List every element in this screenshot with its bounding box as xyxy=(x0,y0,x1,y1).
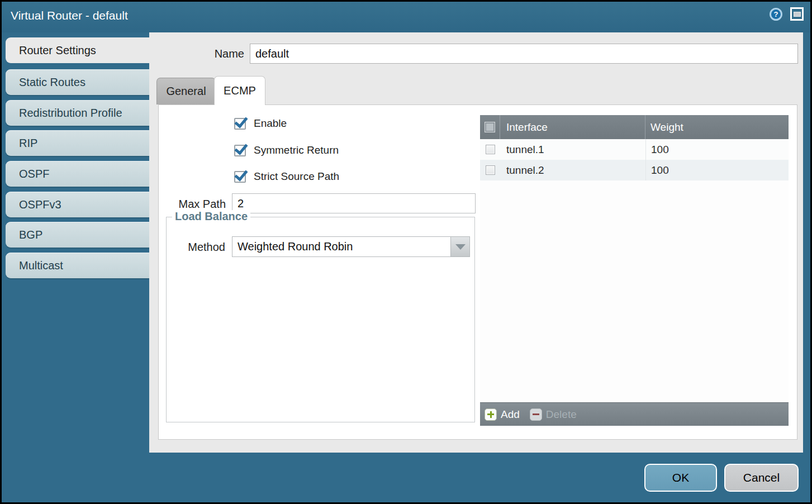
sidebar-item-label: OSPF xyxy=(19,168,49,180)
max-path-label: Max Path xyxy=(159,198,226,211)
add-button-label: Add xyxy=(501,408,520,421)
restore-window-icon-inner xyxy=(794,12,801,17)
sidebar-item-router-settings[interactable]: Router Settings xyxy=(6,37,149,63)
name-input[interactable] xyxy=(250,44,798,64)
sidebar-item-label: BGP xyxy=(19,229,42,241)
cell-interface: tunnel.1 xyxy=(500,144,645,156)
cancel-button[interactable]: Cancel xyxy=(724,464,799,492)
sidebar-item-static-routes[interactable]: Static Routes xyxy=(6,69,149,95)
strict-source-path-checkbox[interactable] xyxy=(234,171,246,183)
ecmp-tab-panel: Enable Symmetric Return Strict Source Pa… xyxy=(158,104,797,440)
tab-ecmp[interactable]: ECMP xyxy=(214,76,265,105)
enable-checkbox[interactable] xyxy=(234,118,246,130)
symmetric-return-checkbox[interactable] xyxy=(234,145,246,156)
tab-label: ECMP xyxy=(224,84,256,97)
load-balance-fieldset: Load Balance Method Weighted Round Robin xyxy=(166,217,475,422)
max-path-input[interactable] xyxy=(232,193,476,213)
row-checkbox[interactable] xyxy=(486,165,495,175)
sidebar-item-label: Static Routes xyxy=(19,76,86,89)
chevron-down-icon xyxy=(455,244,466,250)
row-check-cell xyxy=(480,165,500,175)
header-check-cell xyxy=(480,115,500,139)
tab-label: General xyxy=(166,85,206,98)
delete-button-label: Delete xyxy=(546,408,577,421)
cell-weight: 100 xyxy=(645,139,789,160)
sidebar-item-label: Redistribution Profile xyxy=(19,107,122,120)
help-icon[interactable]: ? xyxy=(770,8,782,21)
table-header: Interface Weight xyxy=(480,115,789,139)
restore-window-icon[interactable] xyxy=(790,7,804,21)
column-header-weight: Weight xyxy=(645,121,789,134)
dialog-titlebar: Virtual Router - default ? xyxy=(2,2,810,32)
titlebar-icons: ? xyxy=(770,7,804,21)
method-dropdown-button[interactable] xyxy=(450,237,469,256)
add-button[interactable]: Add xyxy=(485,408,520,421)
enable-checkbox-row: Enable xyxy=(234,117,287,130)
delete-button[interactable]: Delete xyxy=(530,408,577,421)
strict-source-path-label: Strict Source Path xyxy=(254,170,339,183)
sidebar-item-label: OSPFv3 xyxy=(19,198,61,211)
table-row[interactable]: tunnel.2 100 xyxy=(480,160,789,180)
enable-label: Enable xyxy=(254,117,287,130)
sidebar-item-label: RIP xyxy=(19,137,37,150)
sidebar-item-ospf[interactable]: OSPF xyxy=(6,161,149,187)
symmetric-return-checkbox-row: Symmetric Return xyxy=(234,144,339,156)
ecmp-interface-table: Interface Weight tunnel.1 100 tunnel.2 1… xyxy=(480,115,789,426)
sidebar-item-redistribution-profile[interactable]: Redistribution Profile xyxy=(6,100,149,126)
sidebar-item-multicast[interactable]: Multicast xyxy=(6,253,149,278)
add-plus-icon xyxy=(485,408,497,421)
cell-weight: 100 xyxy=(645,160,789,180)
sidebar-item-label: Router Settings xyxy=(19,44,96,57)
load-balance-legend: Load Balance xyxy=(172,210,250,223)
sidebar-item-bgp[interactable]: BGP xyxy=(6,222,149,248)
strict-source-path-checkbox-row: Strict Source Path xyxy=(234,170,339,183)
virtual-router-dialog: Virtual Router - default ? Router Settin… xyxy=(2,2,810,502)
name-label: Name xyxy=(188,47,244,60)
table-row[interactable]: tunnel.1 100 xyxy=(480,139,789,160)
sidebar-item-label: Multicast xyxy=(19,259,63,272)
cell-interface: tunnel.2 xyxy=(500,164,645,177)
column-header-interface: Interface xyxy=(500,115,645,139)
symmetric-return-label: Symmetric Return xyxy=(254,144,339,156)
row-check-cell xyxy=(480,145,500,154)
sidebar-item-ospfv3[interactable]: OSPFv3 xyxy=(6,192,149,217)
row-checkbox[interactable] xyxy=(486,145,495,154)
dialog-title: Virtual Router - default xyxy=(11,9,128,22)
screenshot-root: Virtual Router - default ? Router Settin… xyxy=(0,0,812,504)
method-dropdown-value: Weighted Round Robin xyxy=(238,240,353,253)
delete-minus-icon xyxy=(530,408,542,421)
method-label: Method xyxy=(172,241,225,254)
table-footer: Add Delete xyxy=(480,402,789,426)
tab-general[interactable]: General xyxy=(156,78,216,104)
select-all-checkbox[interactable] xyxy=(485,122,495,132)
sidebar-item-rip[interactable]: RIP xyxy=(6,130,149,156)
method-dropdown[interactable]: Weighted Round Robin xyxy=(232,236,470,257)
ok-button[interactable]: OK xyxy=(644,464,717,492)
